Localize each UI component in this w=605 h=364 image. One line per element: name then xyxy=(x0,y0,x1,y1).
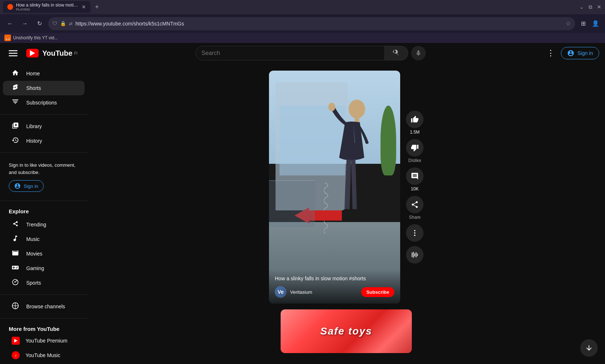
more-button[interactable] xyxy=(406,224,424,242)
sidebar-item-shorts[interactable]: Shorts xyxy=(3,81,85,95)
extension-text[interactable]: Unshortify this YT vid... xyxy=(13,35,58,40)
back-button[interactable]: ← xyxy=(4,18,16,29)
firefox-icon: 🦊 xyxy=(4,35,11,41)
browser-right-icons: ⊞ 👤 xyxy=(578,19,601,29)
svg-rect-8 xyxy=(355,116,359,122)
short-title: How a slinky falls in slow motion #short… xyxy=(275,275,394,282)
music-button[interactable] xyxy=(406,246,424,264)
svg-rect-15 xyxy=(412,253,413,257)
search-button[interactable] xyxy=(385,46,408,60)
next-preview-text: Safe toys xyxy=(281,309,412,353)
svg-rect-1 xyxy=(9,53,17,54)
gaming-icon xyxy=(12,264,19,273)
short-player-wrapper: How a slinky falls in slow motion #short… xyxy=(269,71,424,304)
tab-title: How a slinky falls in slow motio... xyxy=(16,3,79,8)
sidebar-label-home: Home xyxy=(26,71,40,76)
tab-favicon xyxy=(7,4,13,10)
reload-button[interactable]: ↻ xyxy=(34,18,45,29)
youtube-premium-icon xyxy=(12,337,20,345)
sidebar-label-shorts: Shorts xyxy=(26,85,41,91)
lock-icon: 🔒 xyxy=(60,21,66,26)
svg-rect-19 xyxy=(417,253,418,256)
home-icon xyxy=(12,69,19,78)
share-icon-circle xyxy=(406,196,424,213)
comments-button[interactable]: 10K xyxy=(406,167,424,191)
sidebar-item-browse-channels[interactable]: Browse channels xyxy=(3,299,85,314)
extensions-icon[interactable]: ⊞ xyxy=(578,19,588,29)
sidebar-item-music[interactable]: Music xyxy=(3,232,85,246)
sidebar-signin-button[interactable]: Sign in xyxy=(9,180,44,192)
sidebar-label-youtube-premium: YouTube Premium xyxy=(26,338,67,344)
sidebar-item-youtube-music[interactable]: ♪ YouTube Music xyxy=(3,348,85,363)
music-icon xyxy=(12,235,19,244)
tab-close-button[interactable]: ✕ xyxy=(82,4,86,10)
voice-search-button[interactable] xyxy=(411,46,426,60)
svg-point-12 xyxy=(414,230,415,232)
sidebar-item-sports[interactable]: Sports xyxy=(3,276,85,290)
menu-button[interactable] xyxy=(6,46,20,60)
svg-rect-2 xyxy=(9,55,17,56)
movies-icon xyxy=(12,249,19,258)
scroll-down-button[interactable] xyxy=(580,339,598,357)
minimize-button[interactable]: ⌄ xyxy=(579,4,585,10)
sidebar-signin-box: Sign in to like videos, comment, and sub… xyxy=(0,157,87,196)
restore-button[interactable]: ⧉ xyxy=(588,4,593,10)
search-bar[interactable] xyxy=(195,46,385,60)
sidebar-label-browse-channels: Browse channels xyxy=(26,304,65,309)
sidebar-label-youtube-music: YouTube Music xyxy=(26,352,60,358)
search-container xyxy=(195,46,426,60)
video-scene: How a slinky falls in slow motion #short… xyxy=(269,71,400,304)
sidebar-item-history[interactable]: History xyxy=(3,134,85,148)
sign-in-label: Sign in xyxy=(577,50,593,56)
subscriptions-icon xyxy=(12,98,19,107)
sidebar-item-movies[interactable]: Movies xyxy=(3,246,85,261)
svg-point-11 xyxy=(350,209,359,214)
subscribe-button[interactable]: Subscribe xyxy=(361,287,394,297)
scene-person xyxy=(321,82,380,280)
sidebar-item-gaming[interactable]: Gaming xyxy=(3,261,85,276)
svg-rect-0 xyxy=(9,50,17,51)
sidebar-divider-4 xyxy=(0,294,87,295)
music-icon-circle xyxy=(406,246,424,264)
bookmark-icon[interactable]: ☆ xyxy=(566,20,571,27)
dislike-button[interactable]: Dislike xyxy=(406,139,424,163)
close-button[interactable]: ✕ xyxy=(596,4,602,10)
youtube-logo[interactable]: YouTube FI xyxy=(26,49,77,58)
sign-in-button[interactable]: Sign in xyxy=(561,47,599,59)
share-label: Share xyxy=(409,215,421,220)
short-video[interactable]: How a slinky falls in slow motion #short… xyxy=(269,71,400,304)
shorts-icon xyxy=(12,84,19,93)
comments-icon-circle xyxy=(406,167,424,185)
dislike-icon-circle xyxy=(406,139,424,157)
like-icon-circle xyxy=(406,111,424,128)
profile-icon[interactable]: 👤 xyxy=(590,19,601,29)
sidebar-item-youtube-premium[interactable]: YouTube Premium xyxy=(3,333,85,348)
forward-button[interactable]: → xyxy=(19,18,31,29)
sidebar-item-subscriptions[interactable]: Subscriptions xyxy=(3,95,85,110)
more-from-title: More from YouTube xyxy=(0,323,87,333)
youtube-header: YouTube FI ⋮ xyxy=(0,43,605,63)
browser-toolbar: ← → ↻ 🛡 🔒 ⇄ https://www.youtube.com/shor… xyxy=(0,14,605,33)
browse-channels-icon xyxy=(12,302,19,311)
sidebar-item-home[interactable]: Home xyxy=(3,66,85,81)
new-tab-button[interactable]: + xyxy=(92,2,102,12)
sidebar: Home Shorts Subscriptions Library xyxy=(0,63,87,364)
share-button[interactable]: Share xyxy=(406,196,424,220)
sidebar-divider-1 xyxy=(0,114,87,115)
svg-point-10 xyxy=(343,209,351,214)
sidebar-item-trending[interactable]: Trending xyxy=(3,217,85,232)
sidebar-item-library[interactable]: Library xyxy=(3,119,85,134)
comment-count: 10K xyxy=(411,186,418,191)
window-controls: ⌄ ⧉ ✕ xyxy=(579,4,602,10)
browser-tab[interactable]: How a slinky falls in slow motio... PLAY… xyxy=(3,1,90,13)
url-text: https://www.youtube.com/shorts/k5s1cMNTm… xyxy=(75,21,563,27)
search-input[interactable] xyxy=(202,50,379,56)
shield-icon: 🛡 xyxy=(52,21,57,26)
svg-point-7 xyxy=(349,100,365,119)
like-button[interactable]: 1.5M xyxy=(406,111,424,135)
more-options-button[interactable]: ⋮ xyxy=(543,46,558,60)
youtube-app: YouTube FI ⋮ xyxy=(0,43,605,364)
address-bar[interactable]: 🛡 🔒 ⇄ https://www.youtube.com/shorts/k5s… xyxy=(48,17,575,30)
tab-playing: PLAYING xyxy=(16,8,79,11)
next-short-preview[interactable]: Safe toys xyxy=(281,309,412,353)
